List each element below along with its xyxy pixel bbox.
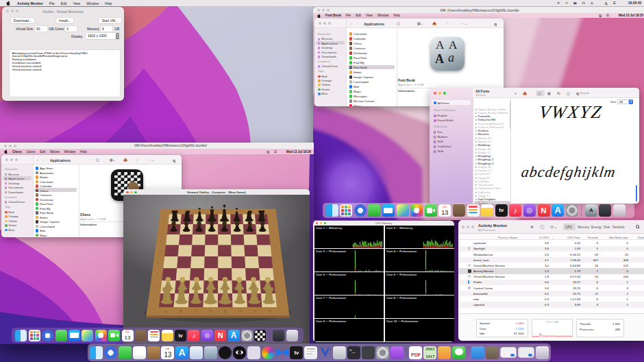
svg-text:2: 2 bbox=[155, 287, 156, 289]
svg-text:7: 7 bbox=[162, 228, 163, 231]
svg-text:6: 6 bbox=[160, 239, 162, 242]
svg-text:4: 4 bbox=[158, 262, 159, 265]
svg-text:E: E bbox=[224, 310, 226, 313]
svg-text:A: A bbox=[165, 310, 167, 313]
svg-text:F: F bbox=[239, 310, 241, 313]
svg-text:1: 1 bbox=[153, 300, 154, 302]
svg-text:G: G bbox=[253, 310, 256, 313]
svg-text:H: H bbox=[269, 310, 271, 313]
svg-text:5: 5 bbox=[159, 250, 160, 253]
svg-text:3: 3 bbox=[156, 274, 158, 276]
svg-text:8: 8 bbox=[163, 218, 164, 221]
svg-text:B: B bbox=[179, 310, 182, 313]
